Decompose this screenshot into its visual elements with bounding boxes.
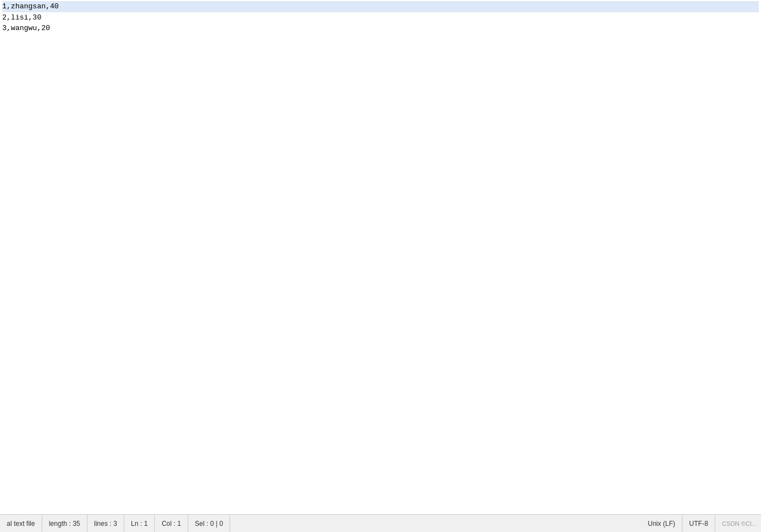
col-section: Col : 1 — [155, 515, 188, 532]
sel-section: Sel : 0 | 0 — [188, 515, 230, 532]
length-section: length : 35 — [42, 515, 87, 532]
branding-section: CSDN ©Cl... — [715, 515, 761, 532]
status-bar: al text file length : 35 lines : 3 Ln : … — [0, 514, 761, 532]
editor-content[interactable]: 1,zhangsan,402,lisi,303,wangwu,20 — [0, 0, 761, 514]
editor-line[interactable]: 2,lisi,30 — [2, 12, 759, 23]
editor-line[interactable]: 1,zhangsan,40 — [2, 1, 759, 12]
branding-label: CSDN ©Cl... — [722, 520, 757, 527]
editor-area[interactable]: 1,zhangsan,402,lisi,303,wangwu,20 — [0, 0, 761, 514]
length-label: length : 35 — [49, 520, 80, 528]
encoding-section: UTF-8 — [682, 515, 715, 532]
line-ending-section: Unix (LF) — [641, 515, 682, 532]
ln-section: Ln : 1 — [124, 515, 155, 532]
sel-label: Sel : 0 | 0 — [195, 520, 223, 528]
file-type-section: al text file — [0, 515, 42, 532]
ln-label: Ln : 1 — [131, 520, 148, 528]
encoding-label: UTF-8 — [689, 520, 708, 528]
lines-label: lines : 3 — [94, 520, 117, 528]
file-type-label: al text file — [7, 520, 35, 528]
line-ending-label: Unix (LF) — [648, 520, 675, 528]
lines-section: lines : 3 — [87, 515, 124, 532]
col-label: Col : 1 — [162, 520, 181, 528]
editor-line[interactable]: 3,wangwu,20 — [2, 23, 759, 34]
